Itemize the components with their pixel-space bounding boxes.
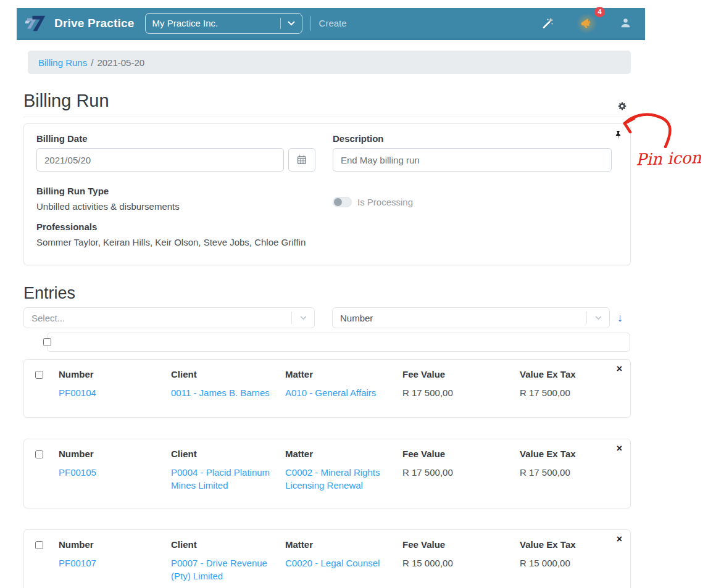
entry-value-ex-tax: R 15 000,00 bbox=[520, 557, 601, 569]
breadcrumb-separator: / bbox=[91, 57, 93, 68]
brand: Drive Practice bbox=[25, 14, 135, 33]
description-label: Description bbox=[333, 133, 612, 144]
billing-date-input[interactable] bbox=[36, 148, 284, 172]
notification-badge: 4 bbox=[594, 7, 605, 17]
entry-client-link[interactable]: P0004 - Placid Platinum Mines Limited bbox=[171, 466, 274, 492]
billing-run-type-value: Unbilled activities & disbursements bbox=[36, 201, 315, 213]
entry-value-ex-tax: R 17 500,00 bbox=[520, 466, 601, 479]
column-header-value-ex-tax: Value Ex Tax bbox=[520, 449, 601, 459]
remove-entry-icon[interactable]: × bbox=[617, 534, 622, 544]
entries-title: Entries bbox=[23, 284, 631, 303]
entries-filter-select[interactable]: Select... bbox=[23, 307, 315, 328]
pin-annotation: Pin icon bbox=[618, 106, 716, 179]
breadcrumb-billing-runs-link[interactable]: Billing Runs bbox=[38, 57, 87, 68]
remove-entry-icon[interactable]: × bbox=[617, 444, 622, 453]
entry-number-link[interactable]: PF00107 bbox=[59, 557, 160, 569]
entry-number-link[interactable]: PF00104 bbox=[59, 386, 160, 399]
column-header-number: Number bbox=[59, 369, 160, 379]
column-header-fee-value: Fee Value bbox=[402, 369, 509, 379]
drive-practice-logo-icon bbox=[25, 14, 49, 33]
sort-direction-icon[interactable]: ↓ bbox=[617, 312, 623, 323]
entry-fee-value: R 15 000,00 bbox=[402, 557, 509, 569]
sort-field-value: Number bbox=[333, 313, 586, 323]
create-button[interactable]: Create bbox=[319, 18, 347, 28]
column-header-matter: Matter bbox=[285, 449, 391, 459]
row-checkbox[interactable] bbox=[35, 541, 43, 549]
billing-run-type-label: Billing Run Type bbox=[36, 186, 315, 196]
chevron-down-icon bbox=[281, 21, 302, 26]
annotation-arrow-icon bbox=[618, 106, 716, 148]
breadcrumb: Billing Runs / 2021-05-20 bbox=[28, 51, 631, 74]
toggle-knob bbox=[334, 198, 342, 206]
entry-number-link[interactable]: PF00105 bbox=[59, 466, 160, 479]
entry-fee-value: R 17 500,00 bbox=[402, 466, 509, 479]
billing-run-card: Billing Date bbox=[23, 123, 631, 265]
column-header-matter: Matter bbox=[285, 539, 391, 550]
column-header-number: Number bbox=[59, 539, 160, 550]
chevron-down-icon bbox=[292, 316, 314, 320]
entry-value-ex-tax: R 17 500,00 bbox=[520, 386, 601, 399]
chevron-down-icon bbox=[587, 316, 609, 320]
column-header-value-ex-tax: Value Ex Tax bbox=[520, 539, 601, 550]
practice-selector-value: My Practice Inc. bbox=[152, 18, 280, 28]
professionals-label: Professionals bbox=[36, 222, 618, 232]
pin-icon[interactable] bbox=[615, 130, 622, 141]
column-header-value-ex-tax: Value Ex Tax bbox=[520, 369, 601, 379]
user-icon bbox=[620, 17, 631, 29]
column-header-client: Client bbox=[171, 449, 274, 459]
entry-card-pf00105: Number PF00105 Client P0004 - Placid Pla… bbox=[23, 439, 631, 508]
row-checkbox[interactable] bbox=[35, 371, 43, 379]
description-input[interactable] bbox=[333, 148, 612, 172]
brand-name: Drive Practice bbox=[54, 17, 135, 30]
filter-select-placeholder: Select... bbox=[24, 313, 291, 323]
user-menu-button[interactable] bbox=[620, 17, 631, 29]
divider bbox=[310, 16, 311, 31]
settings-gear-icon[interactable] bbox=[617, 101, 627, 111]
entries-search-input[interactable] bbox=[47, 333, 630, 352]
calendar-icon[interactable] bbox=[288, 148, 315, 172]
magic-wand-icon bbox=[541, 17, 554, 30]
entry-card-pf00104: Number PF00104 Client 0011 - James B. Ba… bbox=[23, 359, 631, 418]
breadcrumb-current: 2021-05-20 bbox=[97, 57, 144, 68]
is-processing-label: Is Processing bbox=[357, 197, 413, 207]
announcements-button[interactable]: 4 bbox=[576, 14, 597, 33]
entry-fee-value: R 17 500,00 bbox=[402, 386, 509, 399]
billing-date-label: Billing Date bbox=[36, 133, 315, 144]
entry-client-link[interactable]: P0007 - Drive Revenue (Pty) Limited bbox=[171, 557, 274, 582]
is-processing-toggle[interactable] bbox=[333, 197, 352, 207]
column-header-client: Client bbox=[171, 369, 274, 379]
remove-entry-icon[interactable]: × bbox=[617, 364, 622, 374]
column-header-matter: Matter bbox=[285, 369, 391, 379]
column-header-fee-value: Fee Value bbox=[402, 539, 509, 550]
sort-field-select[interactable]: Number bbox=[332, 307, 610, 328]
page-title: Billing Run bbox=[23, 91, 109, 111]
entry-card-pf00107: Number PF00107 Client P0007 - Drive Reve… bbox=[23, 529, 631, 588]
row-checkbox[interactable] bbox=[35, 450, 43, 458]
megaphone-icon bbox=[576, 14, 597, 33]
annotation-text: Pin icon bbox=[636, 148, 702, 169]
column-header-number: Number bbox=[59, 449, 160, 459]
column-header-fee-value: Fee Value bbox=[402, 449, 509, 459]
entry-client-link[interactable]: 0011 - James B. Barnes bbox=[171, 386, 274, 399]
practice-selector[interactable]: My Practice Inc. bbox=[145, 13, 302, 34]
column-header-client: Client bbox=[171, 539, 274, 550]
professionals-value: Sommer Taylor, Keiran Hills, Keir Olson,… bbox=[36, 236, 618, 249]
top-navbar: Drive Practice My Practice Inc. Create bbox=[17, 8, 645, 40]
select-all-checkbox[interactable] bbox=[43, 338, 51, 346]
entry-matter-link[interactable]: C0002 - Mineral Rights Licensing Renewal bbox=[285, 466, 391, 492]
magic-wand-button[interactable] bbox=[541, 17, 554, 30]
entry-matter-link[interactable]: C0020 - Legal Counsel bbox=[285, 557, 391, 569]
entry-matter-link[interactable]: A010 - General Affairs bbox=[285, 386, 391, 399]
